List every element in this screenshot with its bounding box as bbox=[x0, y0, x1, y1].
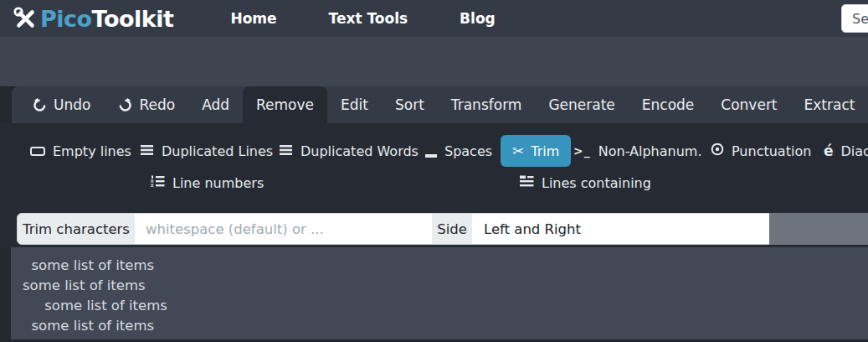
filter-label: Diacritics bbox=[841, 143, 868, 159]
side-select-value: Left and Right bbox=[484, 221, 581, 237]
editor-line: some list of items bbox=[23, 316, 868, 336]
terminal-icon: >_ bbox=[573, 144, 591, 158]
filter-duplicated-lines[interactable]: Duplicated Lines bbox=[141, 135, 273, 167]
nav-home[interactable]: Home bbox=[213, 0, 294, 37]
tab-label: Redo bbox=[139, 96, 175, 113]
tab-convert[interactable]: Convert bbox=[707, 86, 790, 123]
trim-characters-input[interactable] bbox=[135, 213, 433, 245]
filter-label: Lines containing bbox=[542, 175, 651, 191]
filter-non-alphanum[interactable]: >_ Non-Alphanum. bbox=[573, 135, 702, 167]
lines-containing-icon bbox=[520, 175, 534, 191]
filter-empty-lines[interactable]: Empty lines bbox=[30, 135, 131, 167]
space-icon bbox=[425, 154, 437, 158]
tab-generate[interactable]: Generate bbox=[535, 86, 628, 123]
filter-diacritics[interactable]: é Diacritics bbox=[824, 135, 868, 167]
empty-lines-icon bbox=[30, 147, 45, 156]
tab-extract[interactable]: Extract bbox=[791, 86, 868, 123]
punctuation-icon bbox=[711, 142, 724, 159]
main-nav: Home Text Tools Blog bbox=[204, 0, 521, 37]
filter-label: Non-Alphanum. bbox=[598, 143, 702, 159]
tab-label: Edit bbox=[341, 96, 368, 113]
scissors-icon: ✂ bbox=[512, 142, 524, 159]
toolbar-tabs: Undo Redo Add Remove Edit Sort Transform… bbox=[12, 86, 868, 123]
brand-part2: Toolkit bbox=[92, 6, 174, 32]
apply-button[interactable] bbox=[769, 213, 868, 245]
crossed-tools-icon bbox=[13, 6, 38, 31]
filter-line-numbers[interactable]: Line numbers bbox=[151, 167, 264, 199]
tab-label: Remove bbox=[256, 96, 314, 113]
side-select[interactable]: Left and Right bbox=[472, 213, 770, 245]
trim-characters-label: Trim characters bbox=[17, 213, 136, 245]
nav-blog[interactable]: Blog bbox=[442, 0, 513, 37]
tab-label: Encode bbox=[642, 96, 695, 113]
search-input[interactable] bbox=[841, 4, 868, 33]
filter-trim-active[interactable]: ✂ Trim bbox=[501, 135, 571, 167]
filter-label: Duplicated Lines bbox=[162, 143, 273, 159]
tab-edit[interactable]: Edit bbox=[327, 86, 382, 123]
editor-line: some list of items bbox=[23, 256, 868, 276]
tab-label: Convert bbox=[721, 96, 777, 113]
diacritics-icon: é bbox=[824, 142, 834, 159]
tab-add[interactable]: Add bbox=[188, 86, 243, 123]
undo-icon bbox=[32, 97, 48, 113]
tab-label: Transform bbox=[451, 96, 522, 113]
duplicated-lines-icon bbox=[141, 143, 154, 159]
tab-undo[interactable]: Undo bbox=[18, 86, 104, 123]
filter-label: Empty lines bbox=[53, 143, 131, 159]
filter-punctuation[interactable]: Punctuation bbox=[711, 135, 811, 167]
filter-label: Duplicated Words bbox=[300, 143, 419, 159]
filter-duplicated-words[interactable]: Duplicated Words bbox=[280, 135, 419, 167]
tab-redo[interactable]: Redo bbox=[104, 86, 188, 123]
tab-label: Add bbox=[202, 96, 229, 113]
tab-remove[interactable]: Remove bbox=[243, 86, 327, 123]
logo[interactable]: PicoToolkit bbox=[13, 6, 173, 31]
redo-icon bbox=[117, 97, 133, 113]
brand-title: PicoToolkit bbox=[40, 8, 173, 30]
filter-label: Trim bbox=[531, 143, 559, 159]
line-numbers-icon bbox=[151, 175, 165, 191]
filter-lines-containing[interactable]: Lines containing bbox=[520, 167, 651, 199]
text-editor[interactable]: some list of items some list of items so… bbox=[11, 247, 868, 339]
filter-label: Line numbers bbox=[172, 175, 264, 191]
nav-text-tools[interactable]: Text Tools bbox=[311, 0, 426, 37]
tool-container: Undo Redo Add Remove Edit Sort Transform… bbox=[0, 86, 868, 342]
tab-label: Undo bbox=[54, 96, 90, 113]
tab-label: Extract bbox=[804, 96, 855, 113]
side-label: Side bbox=[432, 213, 473, 245]
header: PicoToolkit Home Text Tools Blog bbox=[0, 0, 868, 37]
filter-spaces[interactable]: Spaces bbox=[425, 135, 492, 167]
tab-label: Generate bbox=[548, 96, 614, 113]
editor-line: some list of items bbox=[23, 296, 868, 316]
filter-label: Spaces bbox=[444, 143, 492, 159]
editor-line: some list of items bbox=[23, 276, 868, 296]
tab-encode[interactable]: Encode bbox=[629, 86, 708, 123]
tab-sort[interactable]: Sort bbox=[382, 86, 438, 123]
filter-label: Punctuation bbox=[732, 143, 811, 159]
brand-part1: Pico bbox=[40, 6, 92, 32]
duplicated-words-icon bbox=[280, 143, 293, 159]
tab-label: Sort bbox=[395, 96, 424, 113]
tab-transform[interactable]: Transform bbox=[438, 86, 536, 123]
